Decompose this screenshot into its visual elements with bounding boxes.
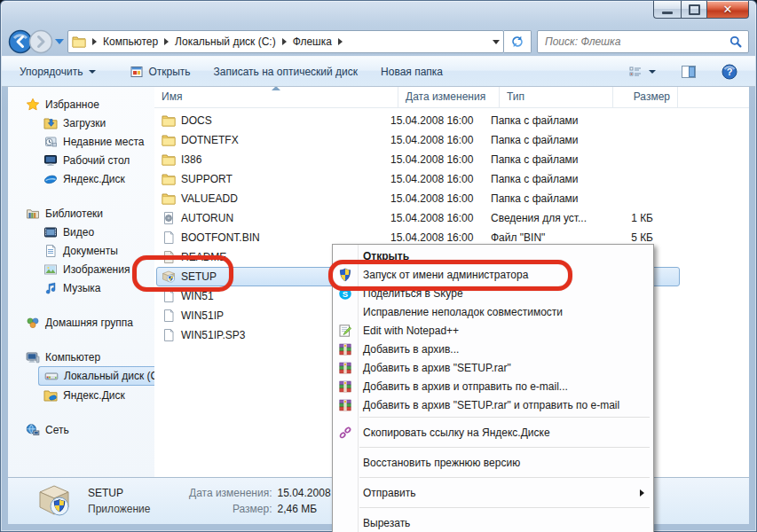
sidebar-item[interactable]: Видео [8, 223, 154, 241]
annotation-circle-run-as-admin [328, 260, 572, 291]
breadcrumb-arrow-icon [338, 38, 343, 45]
new-folder-label: Новая папка [381, 66, 443, 78]
sidebar-item[interactable]: Загрузки [8, 113, 154, 132]
menu-item[interactable]: Исправление неполадок совместимости [333, 302, 653, 321]
menu-item[interactable]: Скопировать ссылку на Яндекс.Диске [333, 420, 653, 444]
help-button[interactable]: ? [714, 60, 745, 83]
computer-icon [26, 350, 40, 364]
preview-pane-button[interactable] [674, 60, 704, 83]
breadcrumb-arrow-icon [92, 38, 97, 45]
refresh-button[interactable] [504, 30, 532, 53]
downloads-icon [43, 116, 58, 130]
sidebar-item[interactable]: Яндекс.Диск [8, 169, 154, 188]
menu-item[interactable]: Восстановить прежнюю версию [333, 450, 653, 474]
sidebar-item[interactable]: Документы [8, 241, 154, 260]
change-view-button[interactable] [621, 61, 663, 82]
sidebar-group-2[interactable]: Библиотеки [8, 204, 154, 223]
search-input[interactable] [543, 35, 729, 49]
file-icon [162, 328, 176, 342]
file-date: 15.04.2008 16:00 [383, 212, 484, 224]
menu-item-label: Добавить в архив... [363, 343, 459, 356]
open-button[interactable]: Открыть [122, 61, 197, 82]
menu-item-label: Добавить в архив и отправить по e-mail..… [363, 380, 568, 393]
file-row-support[interactable]: SUPPORT15.04.2008 16:00Папка с файлами [154, 169, 749, 189]
file-size: 5 КБ [596, 231, 660, 244]
winrar-icon [338, 342, 352, 356]
menu-item[interactable]: Добавить в архив "SETUP.rar" и отправить… [333, 395, 653, 414]
menu-separator [359, 447, 650, 448]
forward-button[interactable] [28, 29, 53, 54]
file-type: Папка с файлами [484, 192, 596, 205]
window-controls: ✕ [653, 1, 749, 19]
views-icon [628, 65, 643, 79]
favorites-star-icon [26, 98, 40, 112]
folder-icon [162, 113, 176, 128]
column-header-size[interactable]: Размер [613, 86, 678, 107]
menu-item-label: Edit with Notepad++ [363, 325, 459, 337]
column-header-type[interactable]: Тип [500, 86, 613, 107]
sidebar-item-label: Рабочий стол [63, 154, 130, 167]
file-row-valueadd[interactable]: VALUEADD15.04.2008 16:00Папка с файлами [154, 189, 749, 208]
sidebar-item[interactable]: Локальный диск (C [38, 366, 154, 386]
breadcrumb-item-3[interactable]: Флешка [293, 35, 332, 48]
menu-item[interactable]: Добавить в архив и отправить по e-mail..… [333, 377, 653, 395]
notepad-plus-icon [338, 324, 352, 338]
file-row-docs[interactable]: DOCS15.04.2008 16:00Папка с файлами [154, 111, 749, 130]
maximize-icon [689, 4, 700, 15]
file-name: AUTORUN [181, 212, 233, 224]
file-date: 15.04.2008 16:00 [383, 192, 484, 205]
menu-item[interactable]: Добавить в архив "SETUP.rar" [333, 358, 653, 377]
sidebar-item-label: Изображения [63, 263, 130, 276]
svg-text:?: ? [727, 66, 733, 77]
breadcrumb[interactable]: КомпьютерЛокальный диск (C:)Флешка [67, 30, 504, 53]
sidebar-group-3[interactable]: Домашняя группа [8, 313, 154, 332]
file-date: 15.04.2008 16:00 [383, 153, 484, 166]
file-date: 15.04.2008 16:00 [383, 134, 484, 146]
file-icon [162, 231, 176, 245]
column-header-label: Имя [162, 90, 182, 103]
menu-item-label: Скопировать ссылку на Яндекс.Диске [363, 426, 550, 439]
menu-item[interactable]: Вырезать [333, 511, 653, 532]
file-row-dotnetfx[interactable]: DOTNETFX15.04.2008 16:00Папка с файлами [154, 130, 749, 150]
sidebar-item[interactable]: Недавние места [8, 132, 154, 151]
burn-label: Записать на оптический диск [214, 66, 359, 78]
column-header-name[interactable]: Имя [154, 86, 398, 107]
address-dropdown-icon[interactable] [493, 40, 500, 44]
new-folder-button[interactable]: Новая папка [374, 62, 450, 82]
file-date: 15.04.2008 16:00 [383, 173, 484, 185]
file-row-autorun[interactable]: AUTORUN15.04.2008 16:00Сведения для уст.… [154, 208, 749, 228]
organize-button[interactable]: Упорядочить [12, 62, 103, 82]
sidebar-group-4[interactable]: Компьютер [8, 348, 154, 366]
burn-disc-button[interactable]: Записать на оптический диск [207, 62, 366, 82]
file-name: SUPPORT [181, 173, 233, 185]
menu-item[interactable]: Edit with Notepad++ [333, 321, 653, 340]
column-header-filler [678, 86, 749, 107]
command-toolbar: Упорядочить Открыть Записать на оптическ… [2, 56, 755, 87]
minimize-button[interactable] [653, 1, 681, 19]
sidebar-item[interactable]: Рабочий стол [8, 151, 154, 169]
sidebar-group-1[interactable]: Избранное [8, 95, 154, 113]
menu-separator [359, 507, 650, 508]
breadcrumb-item-1[interactable]: Компьютер [103, 35, 158, 48]
menu-item[interactable]: Добавить в архив... [333, 340, 653, 358]
breadcrumb-arrow-icon [164, 38, 169, 45]
menu-item[interactable]: Отправить [333, 481, 653, 505]
setup-application-icon [36, 481, 72, 520]
breadcrumb-item-2[interactable]: Локальный диск (C:) [175, 35, 276, 48]
winrar-icon [338, 398, 352, 412]
search-box[interactable] [537, 30, 749, 53]
sidebar-group-label: Избранное [45, 98, 99, 111]
file-name: DOCS [181, 114, 212, 127]
submenu-arrow-icon [640, 489, 644, 497]
file-row-i386[interactable]: I38615.04.2008 16:00Папка с файлами [154, 150, 749, 169]
sidebar-group-5[interactable]: Сеть [8, 420, 154, 439]
column-header-date[interactable]: Дата изменения [398, 86, 500, 107]
maximize-button[interactable] [681, 1, 706, 19]
recent-pages-dropdown[interactable] [55, 39, 64, 44]
sidebar-item[interactable]: Яндекс.Диск [8, 386, 154, 404]
close-button[interactable]: ✕ [706, 1, 749, 19]
sidebar-item-label: Яндекс.Диск [63, 173, 125, 185]
video-icon [43, 225, 58, 239]
yandex-disk-icon [43, 172, 58, 186]
recent-places-icon [43, 135, 58, 149]
